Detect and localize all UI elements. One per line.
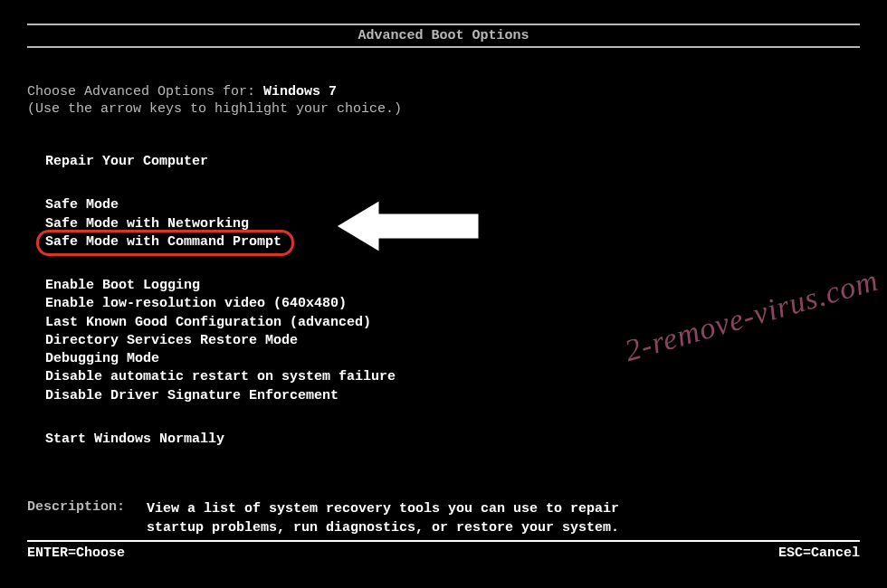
choose-options-line: Choose Advanced Options for: Windows 7 (27, 84, 860, 100)
boot-option[interactable]: Enable Boot Logging (45, 277, 860, 295)
boot-option[interactable]: Repair Your Computer (45, 153, 860, 171)
page-title: Advanced Boot Options (27, 24, 860, 48)
boot-option[interactable]: Last Known Good Configuration (advanced) (45, 314, 860, 332)
boot-option[interactable]: Enable low-resolution video (640x480) (45, 295, 860, 313)
boot-option[interactable]: Safe Mode with Command Prompt (45, 233, 860, 251)
description-block: Description: View a list of system recov… (27, 499, 860, 537)
enter-hint: ENTER=Choose (27, 545, 125, 561)
description-label: Description: (27, 499, 147, 537)
boot-option[interactable]: Safe Mode (45, 196, 860, 214)
boot-option[interactable]: Directory Services Restore Mode (45, 332, 860, 350)
boot-option[interactable]: Start Windows Normally (45, 431, 860, 449)
boot-menu: Repair Your ComputerSafe ModeSafe Mode w… (27, 153, 860, 449)
description-text: View a list of system recovery tools you… (147, 499, 653, 537)
boot-option[interactable]: Debugging Mode (45, 350, 860, 368)
footer-bar: ENTER=Choose ESC=Cancel (27, 540, 860, 561)
os-name: Windows 7 (263, 84, 337, 100)
boot-option[interactable]: Safe Mode with Networking (45, 215, 860, 233)
arrow-keys-hint: (Use the arrow keys to highlight your ch… (27, 101, 860, 117)
boot-option[interactable]: Disable Driver Signature Enforcement (45, 387, 860, 405)
choose-prefix: Choose Advanced Options for: (27, 84, 263, 100)
esc-hint: ESC=Cancel (778, 545, 860, 561)
boot-option[interactable]: Disable automatic restart on system fail… (45, 368, 860, 386)
